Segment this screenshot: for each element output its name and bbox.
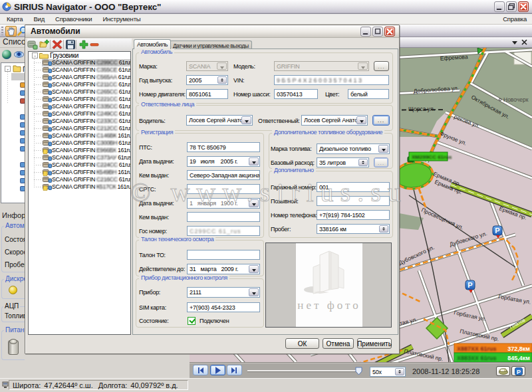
- vin-input[interactable]: 9Б5Р4Х26003570413: [274, 75, 389, 85]
- tree-row[interactable]: SCANIA GRIFFIN С233СС 61rus: [29, 118, 130, 125]
- year-input[interactable]: 2005: [186, 75, 228, 85]
- responsible-dropdown-icon[interactable]: [356, 116, 366, 124]
- srts-by-input[interactable]: [187, 212, 260, 222]
- fuel-rate-spinner[interactable]: [358, 159, 368, 166]
- srts-input[interactable]: [187, 184, 260, 194]
- tree-row[interactable]: SCANIA GRIFFIN С224СС 61rus: [29, 161, 130, 169]
- map-close-icon[interactable]: [521, 39, 527, 45]
- speed-input[interactable]: 50x: [370, 367, 406, 377]
- issued-by-input[interactable]: Северо-Западная акцизная т: [187, 170, 260, 180]
- valid-until-input[interactable]: 31 марта 2009 г.: [187, 264, 260, 274]
- timeline-slider-thumb[interactable]: [355, 367, 362, 375]
- tree-row[interactable]: SCANIA GRIFFIN Е966ВХ 161rus: [29, 147, 130, 154]
- globe-icon[interactable]: [2, 50, 11, 59]
- menu-spravka[interactable]: Справка: [503, 15, 527, 23]
- minimize-button[interactable]: [494, 1, 505, 12]
- callsign-input[interactable]: [317, 196, 390, 206]
- srts-date-input[interactable]: 1 января 1900 г.: [187, 198, 260, 209]
- ok-button[interactable]: ОК: [285, 338, 319, 349]
- tree-row[interactable]: SCANIA GRIFFIN С216СС 61rus: [29, 176, 130, 183]
- tree-row[interactable]: SCANIA GRIFFIN С221СС 61rus: [29, 96, 130, 103]
- valid-until-dropdown-icon[interactable]: [249, 265, 259, 273]
- tree-row[interactable]: SCANIA GRIFFIN С265СС 61rus: [29, 88, 130, 96]
- tree-row[interactable]: SCANIA GRIFFIN С335СС 61rus: [29, 103, 130, 110]
- driver-select[interactable]: Лосев Сергей Анатоль: [186, 115, 253, 126]
- responsible-select[interactable]: Лосев Сергей Анатоль: [301, 115, 368, 126]
- tree-row[interactable]: SCANIA GRIFFIN С373АУ 61rus: [29, 154, 130, 161]
- mileage-spinner[interactable]: [379, 225, 388, 233]
- tree-row[interactable]: SCANIA GRIFFIN С300ВН 61rus: [29, 140, 130, 147]
- plate-input[interactable]: С299СС 61_rus: [187, 226, 260, 236]
- fuel-browse-button[interactable]: ...: [374, 157, 388, 167]
- sim-input[interactable]: +7(903) 454-2323: [187, 302, 260, 312]
- driver-dropdown-icon[interactable]: [241, 116, 251, 124]
- engine-input[interactable]: 8051061: [186, 89, 228, 99]
- tab-vehicle[interactable]: Автомобиль: [134, 39, 171, 49]
- responsible-browse-button[interactable]: ...: [372, 115, 390, 126]
- phone-input[interactable]: +7(919) 784-1502: [317, 210, 390, 220]
- tree-row[interactable]: SCANIA GRIFFIN К549ВН 161rus: [29, 169, 130, 176]
- add-item-icon[interactable]: [39, 39, 49, 50]
- tree-root-row[interactable]: - Грузовики: [29, 52, 130, 59]
- srts-date-dropdown-icon[interactable]: [249, 199, 259, 207]
- tracked-label-text: 845,4км: [507, 355, 530, 361]
- pts-input[interactable]: 78 ТС 850679: [187, 142, 260, 152]
- apply-button[interactable]: Применить: [357, 338, 392, 349]
- issue-date-input[interactable]: 19 июля 2005 г.: [187, 156, 260, 167]
- delete-icon[interactable]: [52, 39, 63, 50]
- minus-icon[interactable]: [89, 39, 100, 50]
- skip-end-button[interactable]: [227, 365, 242, 375]
- dialog-maximize-button[interactable]: [372, 27, 383, 37]
- timeline-slider-track[interactable]: [247, 370, 357, 371]
- menu-spravochniki[interactable]: Справочники: [50, 15, 97, 23]
- toolbar-grip[interactable]: [1, 27, 3, 35]
- vehicle-view-button[interactable]: [496, 366, 510, 376]
- pan-tool-button[interactable]: [5, 26, 17, 37]
- vehicles-tree[interactable]: - Грузовики SCANIA GRIFFIN С299СС 61rus …: [28, 51, 131, 335]
- close-button[interactable]: [518, 1, 529, 12]
- device-select[interactable]: 2111: [187, 287, 260, 298]
- tree-collapse-icon[interactable]: -: [32, 52, 38, 58]
- chassis-input[interactable]: 03570413: [274, 89, 318, 99]
- device-dropdown-icon[interactable]: [249, 288, 259, 296]
- model-select[interactable]: GRIFFIN: [274, 61, 369, 71]
- tree-row[interactable]: SCANIA GRIFFIN С299СС 61rus: [29, 59, 130, 66]
- model-browse-button[interactable]: ...: [374, 61, 389, 71]
- plus-icon[interactable]: [78, 39, 89, 50]
- eye-icon[interactable]: [14, 51, 24, 58]
- tree-row[interactable]: SCANIA GRIFFIN С212СС 61rus: [29, 125, 130, 132]
- tree-row[interactable]: SCANIA GRIFFIN С355СЕ 61rus: [29, 66, 130, 74]
- year-spinner[interactable]: [217, 76, 227, 84]
- dialog-titlebar[interactable]: Автомобили: [25, 25, 399, 38]
- dialog-close-button[interactable]: [384, 27, 395, 37]
- brand-select[interactable]: SCANIA: [186, 61, 228, 71]
- tree-row[interactable]: SCANIA GRIFFIN С565АА 61rus: [29, 74, 130, 81]
- save-icon[interactable]: [65, 39, 76, 50]
- fuel-type-select[interactable]: Дизельное топливо: [317, 144, 390, 154]
- menu-instrumenty[interactable]: Инструменты: [97, 15, 146, 23]
- tree-row[interactable]: SCANIA GRIFFIN С146ВК 161rus: [29, 132, 130, 140]
- map-collapse-icon[interactable]: [512, 41, 518, 45]
- mileage-input[interactable]: 338166 км: [317, 224, 390, 234]
- restore-button[interactable]: [506, 1, 517, 12]
- sidebar-tree[interactable]: - Грузовики: [1, 62, 25, 203]
- skip-start-button[interactable]: [193, 365, 208, 375]
- select-vehicle-icon[interactable]: [27, 39, 38, 50]
- tree-row[interactable]: SCANIA GRIFFIN С249СС 61rus: [29, 110, 130, 118]
- menu-karta[interactable]: Карта: [1, 15, 28, 23]
- tree-row[interactable]: SCANIA GRIFFIN К517СК 161rus: [29, 183, 130, 191]
- issue-date-dropdown-icon[interactable]: [249, 157, 259, 165]
- garage-input[interactable]: 001: [317, 182, 390, 192]
- menu-vid[interactable]: Вид: [28, 15, 50, 23]
- parking-view-button[interactable]: P: [511, 366, 525, 376]
- cancel-button[interactable]: Отмена: [323, 338, 354, 349]
- ticket-input[interactable]: [187, 250, 260, 260]
- speed-spinner[interactable]: [395, 368, 404, 375]
- tree-row[interactable]: SCANIA GRIFFIN С211СС 61rus: [29, 81, 130, 88]
- connected-checkbox[interactable]: [188, 317, 196, 325]
- fuel-dropdown-icon[interactable]: [378, 145, 388, 153]
- fuel-rate-input[interactable]: 35 литров: [317, 157, 369, 167]
- dialog-minimize-button[interactable]: [360, 27, 371, 37]
- play-button[interactable]: [210, 365, 225, 375]
- color-input[interactable]: белый: [348, 89, 389, 99]
